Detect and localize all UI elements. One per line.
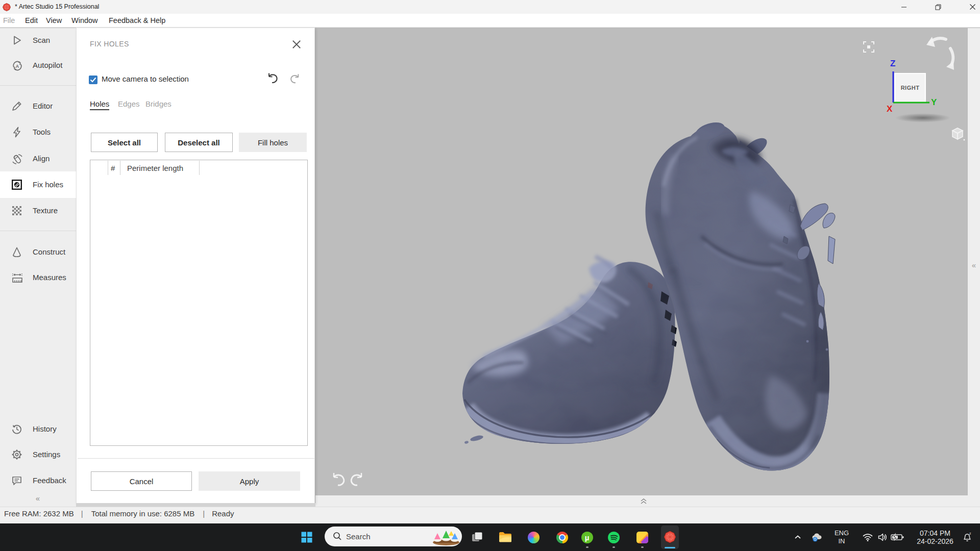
table-colsep-3 — [199, 161, 200, 175]
panel-title: FIX HOLES — [90, 40, 129, 48]
sidebar-item-autopilot[interactable]: A Autopilot — [0, 52, 76, 79]
task-view-button[interactable] — [470, 523, 485, 551]
tray-wifi-button[interactable] — [862, 523, 874, 551]
panel-redo-icon[interactable] — [289, 73, 301, 84]
tray-volume-button[interactable] — [876, 523, 889, 551]
tray-chevron-button[interactable] — [792, 523, 803, 551]
sidebar-divider-1 — [0, 85, 76, 86]
sidebar-item-fix-holes[interactable]: Fix holes — [0, 171, 76, 198]
app-logo-icon — [3, 3, 11, 11]
status-free-ram: Free RAM: 2632 MB — [4, 509, 74, 518]
minimize-button[interactable] — [892, 0, 916, 14]
status-separator-1: | — [81, 509, 83, 518]
tray-battery-button[interactable] — [890, 523, 904, 551]
right-collapse-button[interactable]: « — [969, 260, 979, 270]
sidebar-item-measures[interactable]: Measures — [0, 264, 76, 291]
menu-edit[interactable]: Edit — [25, 14, 38, 27]
texture-icon — [11, 205, 23, 217]
sidebar-divider-2 — [0, 231, 76, 231]
move-camera-checkbox[interactable] — [89, 76, 97, 84]
apply-button[interactable]: Apply — [199, 471, 300, 491]
cancel-button[interactable]: Cancel — [91, 471, 192, 491]
tray-clock[interactable]: 07:04 PM 24-02-2026 — [916, 526, 954, 548]
sidebar-item-construct[interactable]: Construct — [0, 239, 76, 265]
fix-holes-icon — [11, 179, 23, 191]
utorrent-icon: µ — [581, 532, 593, 543]
gallery-icon — [636, 532, 648, 543]
sidebar-item-editor[interactable]: Editor — [0, 93, 76, 119]
sidebar-collapse-button[interactable]: « — [32, 492, 44, 505]
status-separator-2: | — [203, 509, 205, 518]
close-button[interactable] — [961, 0, 980, 14]
sidebar-item-history[interactable]: History — [0, 416, 76, 442]
menu-file[interactable]: File — [3, 14, 15, 27]
tray-onedrive-button[interactable] — [811, 523, 824, 551]
panel-bottom-gap — [76, 503, 315, 507]
history-icon — [11, 423, 23, 435]
sidebar-item-settings[interactable]: Settings — [0, 441, 76, 468]
cube-view-icon[interactable] — [948, 124, 967, 142]
align-icon — [11, 153, 24, 166]
expand-bottom-icon[interactable] — [637, 497, 650, 505]
sidebar-item-align[interactable]: Align — [0, 145, 76, 172]
rotate-view-icon[interactable] — [917, 32, 963, 81]
shoes-3d-model — [315, 28, 968, 495]
panel-close-icon[interactable] — [290, 38, 303, 51]
tab-bridges[interactable]: Bridges — [145, 99, 172, 108]
status-memory: Total memory in use: 6285 MB — [91, 509, 195, 518]
tray-date: 24-02-2026 — [916, 537, 954, 545]
viewport-undo-redo[interactable] — [330, 472, 365, 488]
window-title: * Artec Studio 15 Professional — [15, 0, 99, 14]
settings-icon — [11, 448, 23, 461]
select-all-button[interactable]: Select all — [91, 133, 158, 152]
maximize-button[interactable] — [926, 0, 950, 14]
sidebar-item-tools[interactable]: Tools — [0, 119, 76, 145]
volume-icon — [876, 531, 889, 543]
axis-x-label: X — [887, 104, 892, 114]
fill-holes-button[interactable]: Fill holes — [239, 133, 307, 152]
chrome-button[interactable] — [554, 523, 570, 551]
utorrent-running-dot — [586, 546, 589, 548]
tray-notifications-button[interactable]: z — [961, 523, 974, 551]
spotify-running-dot — [612, 546, 615, 548]
move-camera-label: Move camera to selection — [102, 74, 189, 83]
holes-table[interactable]: # Perimeter length — [90, 160, 308, 446]
sidebar-item-feedback[interactable]: Feedback — [0, 467, 76, 494]
sidebar-item-texture[interactable]: Texture — [0, 197, 76, 224]
table-header-perimeter: Perimeter length — [127, 164, 183, 172]
tab-holes[interactable]: Holes — [90, 99, 109, 110]
menu-bar: File Edit View Window Feedback & Help — [0, 14, 980, 28]
fit-view-icon[interactable] — [862, 40, 876, 54]
close-icon — [969, 4, 976, 10]
file-explorer-icon — [499, 532, 512, 543]
fix-holes-panel: FIX HOLES Move camera to selection Holes… — [76, 28, 315, 504]
sidebar-item-scan[interactable]: Scan — [0, 27, 76, 54]
title-bar: * Artec Studio 15 Professional — [0, 0, 980, 14]
menu-window[interactable]: Window — [71, 14, 98, 27]
viewport-3d[interactable]: Z Y X RIGHT — [315, 28, 968, 495]
sidebar: Scan A Autopilot Editor Tools Align — [0, 28, 76, 507]
file-explorer-button[interactable] — [498, 523, 513, 551]
tools-icon — [11, 126, 23, 138]
copilot-icon — [528, 532, 540, 543]
panel-footer-divider — [78, 458, 314, 459]
windows-logo-icon — [301, 532, 312, 543]
menu-feedback-help[interactable]: Feedback & Help — [109, 14, 165, 27]
search-box[interactable]: Search — [325, 527, 462, 546]
deselect-all-button[interactable]: Deselect all — [165, 133, 233, 152]
battery-charging-icon — [890, 531, 904, 543]
tray-language-switcher[interactable]: ENG IN — [834, 526, 850, 548]
feedback-icon — [11, 474, 23, 487]
menu-view[interactable]: View — [46, 14, 62, 27]
artec-studio-icon — [664, 531, 676, 543]
tab-edges[interactable]: Edges — [118, 99, 140, 108]
copilot-button[interactable] — [526, 523, 541, 551]
tray-time: 07:04 PM — [916, 529, 954, 537]
artec-studio-taskbar-tile[interactable] — [661, 525, 679, 549]
start-button[interactable] — [299, 523, 314, 551]
active-app-indicator — [665, 547, 675, 548]
search-placeholder: Search — [346, 527, 371, 546]
panel-undo-icon[interactable] — [266, 72, 279, 84]
scan-icon — [11, 34, 23, 46]
svg-text:z: z — [969, 532, 971, 535]
